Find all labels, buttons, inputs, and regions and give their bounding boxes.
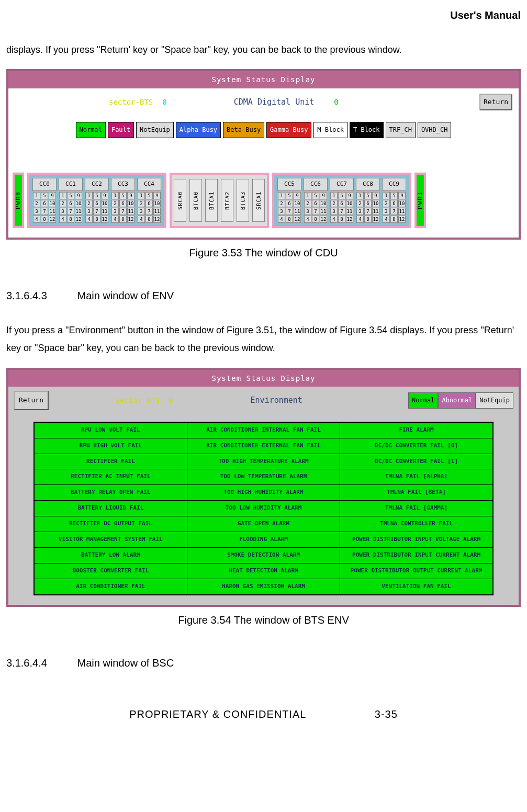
- cc-cell[interactable]: 11: [372, 208, 379, 215]
- cc-cell[interactable]: 5: [93, 192, 100, 199]
- cc-cell[interactable]: 8: [119, 216, 127, 223]
- cc-cell[interactable]: 10: [398, 200, 406, 207]
- btca-slot[interactable]: SRCA0: [174, 179, 186, 222]
- cc-cell[interactable]: 12: [320, 216, 327, 223]
- cc-cell[interactable]: 8: [390, 216, 398, 223]
- cc-cell[interactable]: 12: [346, 216, 353, 223]
- cc-cell[interactable]: 4: [111, 216, 119, 223]
- cc-cell[interactable]: 6: [119, 200, 127, 207]
- cc-cell[interactable]: 10: [294, 200, 301, 207]
- cc-cell[interactable]: 4: [304, 216, 311, 223]
- alarm-cell[interactable]: TMLNA FAIL [ALPHA]: [340, 469, 493, 485]
- cc-cell[interactable]: 8: [41, 216, 48, 223]
- cc-cell[interactable]: 4: [356, 216, 364, 223]
- cc-cell[interactable]: 7: [312, 208, 319, 215]
- btca-slot[interactable]: SRCA1: [252, 179, 265, 222]
- cc-cell[interactable]: 12: [127, 216, 134, 223]
- cc-cell[interactable]: 3: [356, 208, 364, 215]
- cc-cell[interactable]: 8: [364, 216, 372, 223]
- cc-cell[interactable]: 9: [372, 192, 379, 199]
- cc-cell[interactable]: 3: [33, 208, 40, 215]
- cc-cell[interactable]: 3: [85, 208, 93, 215]
- cc-cell[interactable]: 1: [330, 192, 338, 199]
- alarm-cell[interactable]: RECTIFIER FAIL: [34, 454, 187, 469]
- cc-column[interactable]: CC8159261037114812: [356, 178, 380, 223]
- alarm-cell[interactable]: TMLNA FAIL [GAMMA]: [340, 501, 493, 516]
- alarm-cell[interactable]: SMOKE DETECTION ALARM: [187, 547, 340, 563]
- pwr0-slot[interactable]: PWR0: [13, 173, 24, 228]
- alarm-cell[interactable]: TOO HIGH TEMPERATURE ALARM: [187, 454, 340, 469]
- cc-cell[interactable]: 3: [330, 208, 338, 215]
- cc-cell[interactable]: 6: [364, 200, 372, 207]
- alarm-cell[interactable]: POWER DISTRIBUTOR INPUT CURRENT ALARM: [340, 547, 493, 563]
- cc-cell[interactable]: 9: [320, 192, 327, 199]
- alarm-cell[interactable]: BATTERY LIQUID FAIL: [34, 501, 187, 516]
- btca-slot[interactable]: BTCA0: [189, 179, 202, 222]
- cc-cell[interactable]: 1: [383, 192, 390, 199]
- alarm-cell[interactable]: TMLNA CONTROLLER FAIL: [340, 516, 493, 532]
- cc-cell[interactable]: 8: [145, 216, 153, 223]
- cc-cell[interactable]: 12: [75, 216, 82, 223]
- cc-cell[interactable]: 8: [338, 216, 345, 223]
- cc-cell[interactable]: 6: [312, 200, 319, 207]
- cc-cell[interactable]: 9: [49, 192, 56, 199]
- cc-column[interactable]: CC6159261037114812: [304, 178, 328, 223]
- cc-cell[interactable]: 4: [138, 216, 145, 223]
- btca-slot[interactable]: BTCA2: [221, 179, 233, 222]
- cc-cell[interactable]: 7: [41, 208, 48, 215]
- cc-cell[interactable]: 9: [75, 192, 82, 199]
- cc-cell[interactable]: 8: [93, 216, 100, 223]
- cc-cell[interactable]: 5: [119, 192, 127, 199]
- alarm-cell[interactable]: AIR CONDITIONER INTERNAL FAN FAIL: [187, 422, 340, 438]
- alarm-cell[interactable]: RPU HIGH VOLT FAIL: [34, 438, 187, 454]
- cc-cell[interactable]: 5: [338, 192, 345, 199]
- cc-cell[interactable]: 11: [294, 208, 301, 215]
- cc-cell[interactable]: 2: [85, 200, 93, 207]
- cc-cell[interactable]: 7: [338, 208, 345, 215]
- cc-cell[interactable]: 7: [67, 208, 74, 215]
- cc-cell[interactable]: 10: [320, 200, 327, 207]
- cc-cell[interactable]: 5: [145, 192, 153, 199]
- cc-cell[interactable]: 6: [93, 200, 100, 207]
- cc-cell[interactable]: 6: [286, 200, 293, 207]
- cc-cell[interactable]: 1: [138, 192, 145, 199]
- cc-cell[interactable]: 10: [372, 200, 379, 207]
- cc-cell[interactable]: 1: [59, 192, 66, 199]
- cc-cell[interactable]: 6: [145, 200, 153, 207]
- cc-cell[interactable]: 9: [346, 192, 353, 199]
- cc-cell[interactable]: 11: [346, 208, 353, 215]
- cc-cell[interactable]: 12: [372, 216, 379, 223]
- cc-cell[interactable]: 1: [356, 192, 364, 199]
- cc-cell[interactable]: 11: [320, 208, 327, 215]
- cc-cell[interactable]: 5: [67, 192, 74, 199]
- cc-cell[interactable]: 6: [390, 200, 398, 207]
- cc-cell[interactable]: 7: [119, 208, 127, 215]
- cc-cell[interactable]: 7: [390, 208, 398, 215]
- alarm-cell[interactable]: RECTIFIER DC OUTPUT FAIL: [34, 516, 187, 532]
- cc-cell[interactable]: 2: [356, 200, 364, 207]
- alarm-cell[interactable]: RECTIFIER AC INPUT FAIL: [34, 469, 187, 485]
- cc-cell[interactable]: 2: [383, 200, 390, 207]
- alarm-cell[interactable]: POWER DISTRIBUTOR OUTPUT CURRENT ALARM: [340, 563, 493, 579]
- alarm-cell[interactable]: AIR CONDITIONER EXTERNAL FAN FAIL: [187, 438, 340, 454]
- cc-column[interactable]: CC9159261037114812: [382, 178, 406, 223]
- cc-cell[interactable]: 1: [111, 192, 119, 199]
- cc-column[interactable]: CC0159261037114812: [32, 178, 57, 223]
- cc-cell[interactable]: 12: [153, 216, 161, 223]
- cc-cell[interactable]: 7: [93, 208, 100, 215]
- cc-column[interactable]: CC4159261037114812: [137, 178, 161, 223]
- cc-cell[interactable]: 4: [383, 216, 390, 223]
- cc-cell[interactable]: 5: [390, 192, 398, 199]
- alarm-cell[interactable]: FIRE ALARM: [340, 422, 493, 438]
- alarm-cell[interactable]: DC/DC CONVERTER FAIL [0]: [340, 438, 493, 454]
- cc-column[interactable]: CC5159261037114812: [277, 178, 301, 223]
- cc-cell[interactable]: 11: [49, 208, 56, 215]
- return-button[interactable]: Return: [14, 391, 49, 410]
- alarm-cell[interactable]: FLOODING ALARM: [187, 532, 340, 548]
- cc-cell[interactable]: 2: [111, 200, 119, 207]
- cc-cell[interactable]: 3: [383, 208, 390, 215]
- cc-cell[interactable]: 2: [138, 200, 145, 207]
- cc-cell[interactable]: 11: [127, 208, 134, 215]
- cc-cell[interactable]: 6: [67, 200, 74, 207]
- cc-column[interactable]: CC3159261037114812: [111, 178, 135, 223]
